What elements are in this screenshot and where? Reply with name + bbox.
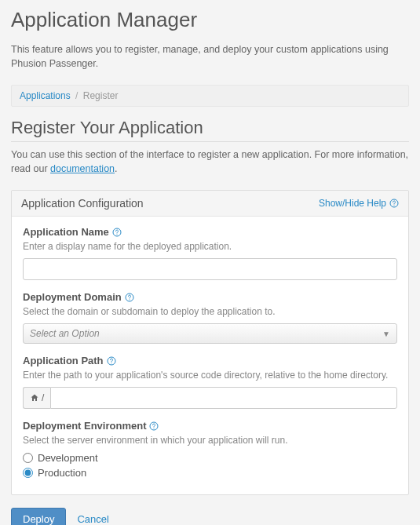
app-path-input[interactable] (50, 387, 397, 409)
app-name-label: Application Name (23, 226, 109, 238)
breadcrumb: Applications / Register (11, 85, 409, 107)
panel-header: Application Configuration Show/Hide Help (12, 191, 408, 217)
env-prod-row[interactable]: Production (23, 467, 397, 479)
register-desc: You can use this section of the interfac… (11, 148, 409, 176)
page-intro: This feature allows you to register, man… (11, 43, 409, 71)
env-dev-row[interactable]: Development (23, 452, 397, 464)
env-prod-label: Production (38, 467, 86, 479)
env-dev-radio[interactable] (23, 453, 33, 463)
svg-point-9 (154, 428, 155, 428)
register-desc-suffix: . (115, 163, 117, 174)
help-icon[interactable] (112, 228, 122, 237)
deploy-domain-select[interactable]: Select an Option ▼ (23, 323, 397, 344)
svg-point-5 (129, 299, 130, 300)
field-deploy-env: Deployment Environment Select the server… (23, 420, 397, 479)
env-prod-radio[interactable] (23, 468, 33, 478)
svg-point-1 (394, 205, 395, 206)
deploy-domain-label: Deployment Domain (23, 291, 122, 303)
config-panel: Application Configuration Show/Hide Help… (11, 190, 409, 495)
breadcrumb-root-link[interactable]: Applications (20, 90, 71, 101)
deploy-env-help: Select the server environment in which y… (23, 435, 397, 446)
show-hide-help-label: Show/Hide Help (319, 198, 386, 209)
chevron-down-icon: ▼ (382, 330, 390, 338)
field-deploy-domain: Deployment Domain Select the domain or s… (23, 291, 397, 344)
deploy-domain-help: Select the domain or subdomain to deploy… (23, 306, 397, 317)
help-icon (389, 199, 399, 208)
panel-body: Application Name Enter a display name fo… (12, 217, 408, 494)
svg-point-3 (116, 234, 117, 235)
help-icon[interactable] (125, 293, 134, 302)
register-title: Register Your Application (11, 118, 409, 142)
field-app-name: Application Name Enter a display name fo… (23, 226, 397, 280)
app-name-input[interactable] (23, 258, 397, 280)
path-prefix-slash: / (42, 392, 44, 403)
home-prefix: / (23, 387, 50, 409)
field-app-path: Application Path Enter the path to your … (23, 355, 397, 409)
cancel-link[interactable]: Cancel (77, 513, 108, 525)
page-title: Application Manager (11, 8, 409, 32)
breadcrumb-current: Register (83, 90, 119, 101)
home-icon (30, 393, 39, 403)
svg-point-7 (111, 363, 111, 363)
panel-title: Application Configuration (21, 197, 144, 210)
actions-row: Deploy Cancel (11, 508, 409, 525)
documentation-link[interactable]: documentation (50, 163, 115, 174)
show-hide-help-link[interactable]: Show/Hide Help (319, 198, 399, 209)
breadcrumb-separator: / (75, 90, 78, 101)
help-icon[interactable] (107, 356, 116, 366)
app-path-help: Enter the path to your application's sou… (23, 370, 397, 381)
app-name-help: Enter a display name for the deployed ap… (23, 241, 397, 252)
deploy-button[interactable]: Deploy (11, 508, 66, 525)
help-icon[interactable] (149, 421, 159, 431)
app-path-label: Application Path (23, 355, 104, 366)
deploy-env-label: Deployment Environment (23, 420, 146, 432)
deploy-domain-placeholder: Select an Option (30, 328, 100, 339)
env-dev-label: Development (38, 452, 98, 464)
